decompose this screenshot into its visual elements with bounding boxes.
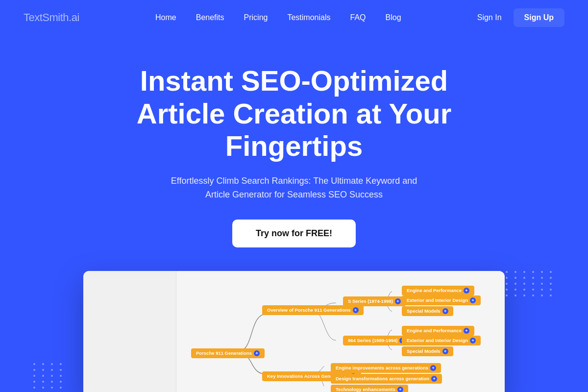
mindmap-ep2-node: Engine and Performance + bbox=[402, 326, 474, 336]
mindmap-spec1-node: Special Models + bbox=[402, 306, 453, 316]
mindmap-engine-imp-node: Engine improvements across generations + bbox=[331, 363, 441, 373]
sign-in-button[interactable]: Sign In bbox=[477, 13, 502, 22]
hero-title: Instant SEO-Optimized Article Creation a… bbox=[108, 65, 480, 163]
screenshot-mindmap: Porsche 911 Generations + Overview of Po… bbox=[176, 271, 505, 392]
mindmap-ext1-node: Exterior and Interior Design + bbox=[402, 295, 481, 305]
nav-pricing[interactable]: Pricing bbox=[244, 13, 268, 22]
mindmap-root-node: Porsche 911 Generations + bbox=[191, 348, 265, 358]
mindmap-s-series-node: S Series (1974-1998) + bbox=[343, 296, 406, 306]
hero-subtitle: Effortlessly Climb Search Rankings: The … bbox=[162, 174, 426, 202]
mindmap-overview-node: Overview of Porsche 911 Generations + bbox=[262, 305, 364, 315]
dots-right bbox=[506, 271, 555, 296]
nav-links: Home Benefits Pricing Testimonials FAQ B… bbox=[155, 13, 401, 22]
nav-benefits[interactable]: Benefits bbox=[196, 13, 224, 22]
screenshot-window: Porsche 911 Generations + Overview of Po… bbox=[83, 271, 505, 392]
navbar: TextSmith.ai Home Benefits Pricing Testi… bbox=[0, 0, 588, 35]
nav-testimonials[interactable]: Testimonials bbox=[287, 13, 330, 22]
mindmap-tech-node: Technology enhancements + bbox=[331, 385, 408, 392]
mindmap-canvas: Porsche 911 Generations + Overview of Po… bbox=[186, 281, 495, 389]
nav-actions: Sign In Sign Up bbox=[477, 8, 564, 27]
mindmap-ep1-node: Engine and Performance + bbox=[402, 286, 474, 295]
sign-up-button[interactable]: Sign Up bbox=[514, 8, 564, 27]
logo: TextSmith.ai bbox=[24, 11, 79, 24]
dots-left bbox=[33, 363, 65, 389]
mindmap-design-node: Design transformations across generation… bbox=[331, 374, 442, 384]
nav-blog[interactable]: Blog bbox=[386, 13, 401, 22]
nav-home[interactable]: Home bbox=[155, 13, 176, 22]
nav-faq[interactable]: FAQ bbox=[350, 13, 366, 22]
screenshot-sidebar bbox=[83, 271, 176, 392]
logo-suffix: .ai bbox=[69, 11, 79, 24]
preview-container: Porsche 911 Generations + Overview of Po… bbox=[24, 271, 564, 392]
mindmap-spec2-node: Special Models + bbox=[402, 346, 453, 356]
cta-button[interactable]: Try now for FREE! bbox=[232, 220, 356, 247]
hero-section: Instant SEO-Optimized Article Creation a… bbox=[0, 35, 588, 392]
logo-text: TextSmith bbox=[24, 11, 69, 24]
mindmap-ext2-node: Exterior and Interior Design + bbox=[402, 336, 481, 345]
mindmap-964-node: 964 Series (1989-1994) + bbox=[343, 336, 410, 345]
